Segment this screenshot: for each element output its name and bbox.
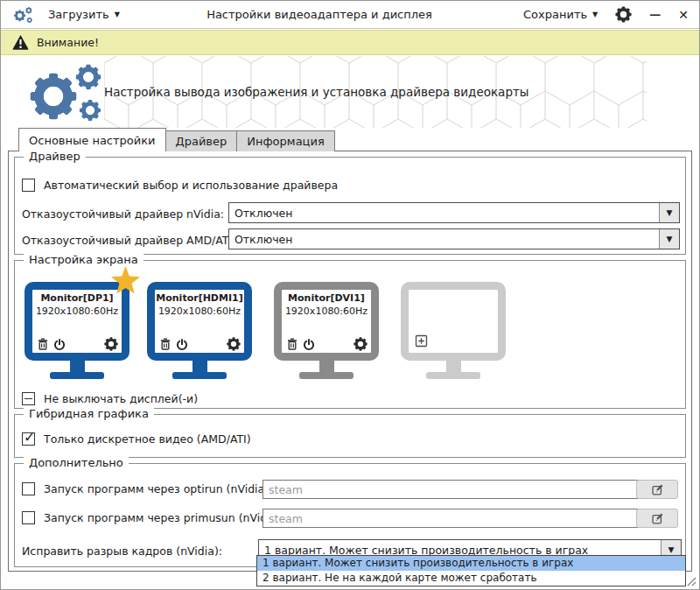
auto-driver-row: Автоматический выбор и использование дра… xyxy=(22,179,338,192)
monitor-name: Monitor[DVI1] xyxy=(282,292,371,304)
settings-gear-icon[interactable] xyxy=(615,6,632,23)
warning-text: Внимание! xyxy=(37,36,99,49)
primusun-row: Запуск программ через primusun (nVidia): xyxy=(22,511,284,524)
dropdown-button[interactable]: ▼ xyxy=(659,229,679,249)
primusun-edit-button[interactable] xyxy=(636,509,678,528)
keep-display-on-label: Не выключать дисплей(-и) xyxy=(44,392,198,405)
monitor-card-empty[interactable] xyxy=(401,282,506,379)
amd-failsafe-value: Отключен xyxy=(229,229,659,249)
monitor-name: Monitor[HDMI1] xyxy=(155,292,244,304)
window-title: Настройки видеоадаптера и дисплея xyxy=(88,8,550,21)
star-icon xyxy=(109,265,142,298)
monitor-name: Monitor[DP1] xyxy=(32,292,122,304)
driver-group: Драйвер Автоматический выбор и использов… xyxy=(14,157,686,255)
keep-display-on-checkbox[interactable] xyxy=(22,392,35,405)
optirun-row: Запуск программ через optirun (nVidia): xyxy=(22,482,272,495)
dropdown-button[interactable]: ▼ xyxy=(659,203,679,222)
nvidia-failsafe-select[interactable]: Отключен ▼ xyxy=(228,202,680,223)
discrete-video-checkbox[interactable] xyxy=(22,432,35,446)
monitor-card-dvi1[interactable]: Monitor[DVI1] 1920x1080:60Hz xyxy=(274,282,379,379)
amd-failsafe-select[interactable]: Отключен ▼ xyxy=(228,228,680,249)
monitor-card-dp1[interactable]: Monitor[DP1] 1920x1080:60Hz xyxy=(24,282,130,379)
primusun-input[interactable] xyxy=(262,509,642,528)
app-window: Загрузить ▼ Настройки видеоадаптера и ди… xyxy=(0,0,700,590)
tab-label: Информация xyxy=(247,135,324,148)
discrete-video-row: Только дискретное видео (AMD/ATI) xyxy=(22,432,251,446)
add-icon[interactable] xyxy=(415,334,428,348)
tab-main-settings[interactable]: Основные настройки xyxy=(18,128,166,151)
optirun-checkbox[interactable] xyxy=(22,482,35,495)
monitor-card-hdmi1[interactable]: Monitor[HDMI1] 1920x1080:60Hz xyxy=(147,282,252,379)
tab-panel: Драйвер Автоматический выбор и использов… xyxy=(8,151,692,572)
tab-bar: Основные настройки Драйвер Информация xyxy=(18,128,334,151)
nvidia-failsafe-value: Отключен xyxy=(229,203,659,222)
trash-icon[interactable] xyxy=(158,337,172,351)
tab-information[interactable]: Информация xyxy=(236,130,334,151)
monitor-resolution: 1920x1080:60Hz xyxy=(32,306,122,317)
trash-icon[interactable] xyxy=(285,337,299,351)
power-icon[interactable] xyxy=(175,337,189,351)
optirun-input[interactable] xyxy=(262,480,642,499)
tab-driver[interactable]: Драйвер xyxy=(165,130,238,151)
hybrid-group-legend: Гибридная графика xyxy=(24,407,154,420)
gear-icon[interactable] xyxy=(227,337,241,351)
pencil-icon xyxy=(651,483,664,496)
chevron-down-icon: ▼ xyxy=(667,209,673,217)
pencil-icon xyxy=(651,512,664,525)
screen-group: Настройка экрана Monitor[DP1] 1920x1080:… xyxy=(14,260,686,409)
screen-group-legend: Настройка экрана xyxy=(24,253,144,266)
extra-group-legend: Дополнительно xyxy=(24,456,129,469)
page-header: Настройка вывода изображения и установка… xyxy=(1,56,699,128)
primusun-label: Запуск программ через primusun (nVidia): xyxy=(44,511,284,524)
dropdown-option-2[interactable]: 2 вариант. Не на каждой карте может сраб… xyxy=(257,571,685,586)
chevron-down-icon: ▼ xyxy=(668,546,675,554)
gears-logo xyxy=(24,61,111,124)
minimize-icon[interactable]: — xyxy=(649,9,661,20)
chevron-down-icon: ▼ xyxy=(667,235,673,243)
page-subtitle: Настройка вывода изображения и установка… xyxy=(104,85,529,99)
discrete-video-label: Только дискретное видео (AMD/ATI) xyxy=(44,432,251,446)
power-icon[interactable] xyxy=(52,337,66,351)
auto-driver-label: Автоматический выбор и использование дра… xyxy=(44,179,338,192)
amd-failsafe-label: Отказоустойчивый драйвер AMD/ATI: xyxy=(22,234,235,247)
hybrid-group: Гибридная графика Только дискретное виде… xyxy=(14,414,686,458)
primusun-checkbox[interactable] xyxy=(22,511,35,524)
dropdown-option-1[interactable]: 1 вариант. Может снизить производительно… xyxy=(257,556,685,571)
keep-display-on-row: Не выключать дисплей(-и) xyxy=(22,392,198,405)
optirun-edit-button[interactable] xyxy=(636,480,678,499)
title-bar: Загрузить ▼ Настройки видеоадаптера и ди… xyxy=(1,1,699,29)
tab-label: Основные настройки xyxy=(29,134,156,147)
trash-icon[interactable] xyxy=(36,337,50,351)
monitor-resolution: 1920x1080:60Hz xyxy=(155,306,244,317)
close-icon[interactable]: ✕ xyxy=(678,9,689,21)
gear-icon[interactable] xyxy=(104,337,118,351)
tearing-fix-label: Исправить разрыв кадров (nVidia): xyxy=(22,544,222,558)
chevron-down-icon: ▼ xyxy=(592,11,598,18)
optirun-label: Запуск программ через optirun (nVidia): xyxy=(44,482,272,495)
extra-group: Дополнительно Запуск программ через opti… xyxy=(14,463,686,567)
warning-banner: Внимание! xyxy=(1,30,699,55)
auto-driver-checkbox[interactable] xyxy=(22,179,35,192)
gears-app-icon xyxy=(11,4,34,25)
monitor-resolution: 1920x1080:60Hz xyxy=(282,306,371,317)
power-icon[interactable] xyxy=(302,337,316,351)
gear-icon[interactable] xyxy=(354,337,368,351)
warning-icon xyxy=(12,34,29,51)
tearing-fix-open-list: 1 вариант. Может снизить производительно… xyxy=(256,555,686,586)
tab-label: Драйвер xyxy=(176,135,228,148)
nvidia-failsafe-label: Отказоустойчивый драйвер nVidia: xyxy=(22,207,224,221)
resize-grip[interactable] xyxy=(684,574,697,587)
